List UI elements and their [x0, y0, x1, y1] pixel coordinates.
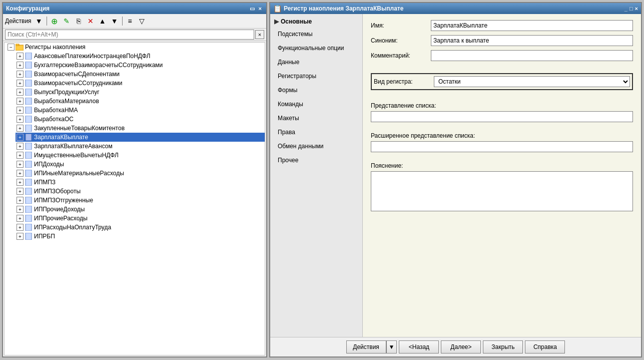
- close-icon[interactable]: ×: [257, 6, 263, 12]
- item-toggle-14[interactable]: +: [17, 179, 24, 186]
- actions-btn[interactable]: Действия: [346, 340, 386, 353]
- poyasnenie-label: Пояснение:: [371, 162, 633, 169]
- list-item[interactable]: + ИПМПЗ: [16, 178, 265, 187]
- list-item[interactable]: + ИПИныеМатериальныеРасходы: [16, 169, 265, 178]
- item-toggle-4[interactable]: +: [17, 89, 24, 96]
- divider-1: [371, 65, 633, 69]
- predstavlenie-input[interactable]: [371, 111, 633, 122]
- synonym-input[interactable]: [431, 35, 633, 46]
- list-item[interactable]: + ЗакупленныеТоварыКомитентов: [16, 124, 265, 133]
- copy-btn[interactable]: ⎘: [73, 16, 84, 27]
- tree-root-item[interactable]: − Регистры накопления: [7, 43, 265, 52]
- move-up-btn[interactable]: ▲: [97, 16, 108, 27]
- item-toggle-2[interactable]: +: [17, 71, 24, 78]
- minimize-right-icon[interactable]: _: [624, 6, 627, 12]
- actions-dropdown-btn[interactable]: ▼: [386, 340, 397, 353]
- move-down-btn[interactable]: ▼: [109, 16, 120, 27]
- list-item[interactable]: + ИПМПЗОтгруженные: [16, 196, 265, 205]
- list-item-selected[interactable]: + ЗарплатаКВыплате: [16, 133, 265, 142]
- right-titlebar-controls: _ □ ×: [624, 6, 638, 12]
- list-item[interactable]: + ВыпускПродукцииУслуг: [16, 88, 265, 97]
- tab-obmen[interactable]: Обмен данными: [271, 140, 361, 153]
- list-item[interactable]: + ИПРасходыНаОплатуТруда: [16, 223, 265, 232]
- item-label-3: ВзаиморасчетыССотрудниками: [34, 80, 123, 87]
- root-toggle[interactable]: −: [8, 44, 15, 51]
- item-toggle-15[interactable]: +: [17, 188, 24, 195]
- name-input[interactable]: [431, 20, 633, 31]
- list-item[interactable]: + АвансовыеПлатежиИностранцевПоНДФЛ: [16, 52, 265, 61]
- item-toggle-6[interactable]: +: [17, 107, 24, 114]
- item-toggle-12[interactable]: +: [17, 161, 24, 168]
- tab-funkoptsii[interactable]: Функциональные опции: [271, 42, 361, 55]
- item-label-18: ИППрочиеРасходы: [34, 215, 88, 222]
- add-btn[interactable]: ⊕: [49, 16, 60, 27]
- list-item[interactable]: + ВзаиморасчетыСДепонентами: [16, 70, 265, 79]
- poyasnenie-textarea[interactable]: [371, 171, 633, 211]
- right-panel-title: Регистр накопления ЗарплатаКВыплате: [284, 5, 403, 12]
- item-toggle-11[interactable]: +: [17, 152, 24, 159]
- item-toggle-9[interactable]: +: [17, 134, 24, 141]
- next-btn[interactable]: Далее>: [441, 340, 481, 353]
- edit-btn[interactable]: ✎: [61, 16, 72, 27]
- list-item[interactable]: + ИППрочиеДоходы: [16, 205, 265, 214]
- doc-icon-9: [25, 133, 33, 141]
- item-toggle-16[interactable]: +: [17, 197, 24, 204]
- item-toggle-5[interactable]: +: [17, 98, 24, 105]
- item-toggle-0[interactable]: +: [17, 53, 24, 60]
- list-item[interactable]: + ВыработкаНМА: [16, 106, 265, 115]
- tab-podsistemy[interactable]: Подсистемы: [271, 28, 361, 41]
- actions-dropdown-btn[interactable]: ▼: [34, 16, 45, 27]
- divider-2: [371, 69, 633, 73]
- list-item[interactable]: + ИмущественныеВычетыНДФЛ: [16, 151, 265, 160]
- nav-header[interactable]: ▶ Основные: [270, 16, 362, 27]
- item-toggle-3[interactable]: +: [17, 80, 24, 87]
- tab-komandy[interactable]: Команды: [271, 98, 361, 111]
- tab-prochee[interactable]: Прочее: [271, 154, 361, 167]
- item-toggle-13[interactable]: +: [17, 170, 24, 177]
- filter-btn[interactable]: ▽: [137, 16, 148, 27]
- tab-makety[interactable]: Макеты: [271, 112, 361, 125]
- minimize-icon[interactable]: ▭: [248, 6, 256, 12]
- item-toggle-1[interactable]: +: [17, 62, 24, 69]
- list-item[interactable]: + ИППрочиеРасходы: [16, 214, 265, 223]
- list-item[interactable]: + ИПРБП: [16, 232, 265, 241]
- list-item[interactable]: + ВзаиморасчетыССотрудниками: [16, 79, 265, 88]
- item-label-0: АвансовыеПлатежиИностранцевПоНДФЛ: [34, 53, 150, 60]
- delete-btn[interactable]: ✕: [85, 16, 96, 27]
- list-item[interactable]: + ЗарплатаКВыплатеАвансом: [16, 142, 265, 151]
- search-input[interactable]: [5, 30, 254, 40]
- tab-registratory[interactable]: Регистраторы: [271, 70, 361, 83]
- tree-area[interactable]: − Регистры накопления + Авансов: [4, 42, 265, 355]
- svg-rect-13: [26, 152, 32, 159]
- tab-dannye[interactable]: Данные: [271, 56, 361, 69]
- doc-icon-18: [25, 214, 33, 222]
- search-clear-btn[interactable]: ×: [255, 30, 264, 39]
- item-toggle-10[interactable]: +: [17, 143, 24, 150]
- list-item[interactable]: + ВыработкаМатериалов: [16, 97, 265, 106]
- maximize-right-icon[interactable]: □: [629, 6, 633, 12]
- list-btn[interactable]: ≡: [125, 16, 136, 27]
- left-toolbar: Действия ▼ ⊕ ✎ ⎘ ✕ ▲ ▼ ≡ ▽: [3, 14, 266, 29]
- list-item[interactable]: + ИПМПЗОбороты: [16, 187, 265, 196]
- item-toggle-18[interactable]: +: [17, 215, 24, 222]
- list-item[interactable]: + БухгалтерскиеВзаиморасчетыССотрудникам…: [16, 61, 265, 70]
- item-toggle-17[interactable]: +: [17, 206, 24, 213]
- list-item[interactable]: + ИПДоходы: [16, 160, 265, 169]
- list-item[interactable]: + ВыработкаОС: [16, 115, 265, 124]
- item-toggle-20[interactable]: +: [17, 233, 24, 240]
- item-toggle-8[interactable]: +: [17, 125, 24, 132]
- back-btn[interactable]: <Назад: [399, 340, 439, 353]
- root-folder-icon: [16, 43, 24, 51]
- rash-predstavlenie-input[interactable]: [371, 141, 633, 152]
- item-label-5: ВыработкаМатериалов: [34, 98, 99, 105]
- tab-prava[interactable]: Права: [271, 126, 361, 139]
- tab-formy[interactable]: Формы: [271, 84, 361, 97]
- item-toggle-7[interactable]: +: [17, 116, 24, 123]
- vid-registra-select[interactable]: Остатки Обороты: [434, 76, 630, 87]
- help-btn[interactable]: Справка: [525, 340, 565, 353]
- comment-input[interactable]: [431, 50, 633, 61]
- bottom-bar: Действия ▼ <Назад Далее> Закрыть Справка: [270, 337, 641, 356]
- item-toggle-19[interactable]: +: [17, 224, 24, 231]
- close-btn[interactable]: Закрыть: [483, 340, 523, 353]
- close-right-icon[interactable]: ×: [635, 6, 638, 12]
